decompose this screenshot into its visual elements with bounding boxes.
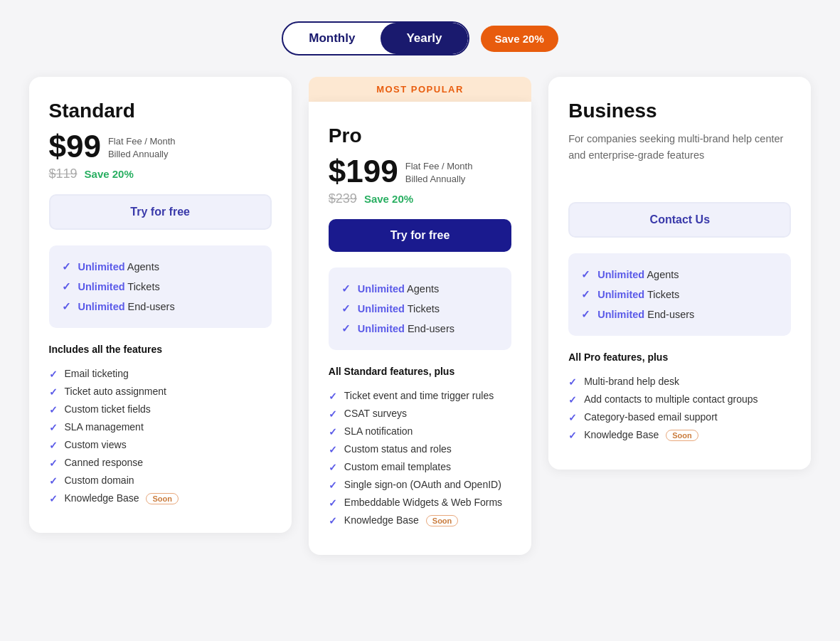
check-icon: ✓ [341, 322, 351, 335]
billing-toggle-section: Monthly Yearly Save 20% [29, 21, 812, 55]
check-icon: ✓ [49, 422, 58, 433]
pro-old-price-row: $239 Save 20% [329, 191, 511, 206]
feature-ticket-triggers: ✓ Ticket event and time trigger rules [329, 387, 511, 405]
soon-badge: Soon [666, 430, 698, 441]
check-icon: ✓ [49, 386, 58, 398]
business-description: For companies seeking multi-brand help c… [568, 131, 791, 182]
business-plan-name: Business [568, 100, 791, 122]
check-icon: ✓ [568, 394, 577, 406]
feature-custom-views: ✓ Custom views [49, 436, 272, 454]
feature-category-email-support: ✓ Category-based email support [568, 408, 791, 426]
pro-price-row: $199 Flat Fee / Month Billed Annually [329, 156, 511, 187]
pro-features-heading: All Standard features, plus [329, 366, 511, 377]
check-icon: ✓ [341, 282, 351, 295]
business-unlimited-agents: ✓ Unlimited Agents [581, 265, 778, 285]
check-icon: ✓ [49, 404, 58, 415]
feature-ticket-auto-assignment: ✓ Ticket auto assignment [49, 383, 272, 401]
check-icon: ✓ [329, 497, 337, 509]
standard-price-row: $99 Flat Fee / Month Billed Annually [49, 131, 272, 162]
most-popular-banner: MOST POPULAR [309, 77, 531, 102]
feature-email-ticketing: ✓ Email ticketing [49, 365, 272, 383]
business-features-heading: All Pro features, plus [568, 351, 791, 363]
feature-canned-response: ✓ Canned response [49, 454, 272, 472]
check-icon: ✓ [62, 260, 71, 273]
feature-sla-notification: ✓ SLA notification [329, 423, 511, 440]
check-icon: ✓ [568, 376, 577, 388]
check-icon: ✓ [49, 369, 58, 380]
feature-custom-email-templates: ✓ Custom email templates [329, 458, 511, 476]
pro-price-desc: Flat Fee / Month Billed Annually [405, 156, 473, 186]
check-icon: ✓ [329, 426, 337, 438]
pricing-page: Monthly Yearly Save 20% Standard $99 Fla… [29, 21, 812, 555]
pro-card-wrapper: MOST POPULAR Pro $199 Flat Fee / Month B… [309, 77, 531, 555]
check-icon: ✓ [341, 302, 351, 315]
standard-cta-button[interactable]: Try for free [49, 194, 272, 230]
business-unlimited-tickets: ✓ Unlimited Tickets [581, 285, 778, 304]
standard-unlimited-tickets: ✓ Unlimited Tickets [62, 277, 259, 297]
soon-badge: Soon [146, 493, 179, 504]
feature-knowledge-base-standard: ✓ Knowledge Base Soon [49, 489, 272, 507]
feature-csat-surveys: ✓ CSAT surveys [329, 405, 511, 423]
check-icon: ✓ [581, 268, 590, 281]
business-card: Business For companies seeking multi-bra… [548, 77, 811, 470]
standard-old-price: $119 [49, 166, 78, 181]
yearly-toggle-button[interactable]: Yearly [381, 23, 467, 54]
standard-price: $99 [49, 131, 101, 162]
pro-old-price: $239 [329, 191, 357, 206]
standard-card: Standard $99 Flat Fee / Month Billed Ann… [29, 77, 292, 533]
pro-plan-name: Pro [329, 125, 511, 147]
check-icon: ✓ [49, 457, 58, 469]
check-icon: ✓ [568, 430, 577, 441]
toggle-pill: Monthly Yearly [282, 21, 469, 55]
check-icon: ✓ [62, 280, 71, 293]
monthly-toggle-button[interactable]: Monthly [283, 23, 381, 54]
feature-knowledge-base-business: ✓ Knowledge Base Soon [568, 426, 791, 444]
check-icon: ✓ [49, 475, 58, 487]
check-icon: ✓ [329, 515, 337, 526]
feature-custom-domain: ✓ Custom domain [49, 472, 272, 489]
check-icon: ✓ [581, 288, 590, 301]
feature-add-contacts-groups: ✓ Add contacts to multiple contact group… [568, 391, 791, 408]
standard-features-heading: Includes all the features [49, 344, 272, 355]
check-icon: ✓ [329, 480, 337, 491]
business-unlimited-box: ✓ Unlimited Agents ✓ Unlimited Tickets ✓… [568, 253, 791, 336]
pro-cta-button[interactable]: Try for free [329, 219, 511, 252]
pro-unlimited-box: ✓ Unlimited Agents ✓ Unlimited Tickets ✓… [329, 267, 511, 350]
check-icon: ✓ [329, 408, 337, 420]
feature-embeddable-widgets: ✓ Embeddable Widgets & Web Forms [329, 494, 511, 512]
pro-save-text: Save 20% [364, 193, 413, 205]
feature-sla-management: ✓ SLA management [49, 418, 272, 436]
save-badge: Save 20% [481, 26, 558, 52]
standard-plan-name: Standard [49, 100, 272, 122]
standard-save-text: Save 20% [85, 168, 134, 180]
feature-custom-ticket-fields: ✓ Custom ticket fields [49, 401, 272, 418]
check-icon: ✓ [49, 493, 58, 504]
check-icon: ✓ [329, 444, 337, 455]
soon-badge: Soon [426, 515, 459, 526]
check-icon: ✓ [568, 412, 577, 423]
pro-card: Pro $199 Flat Fee / Month Billed Annuall… [309, 102, 531, 555]
feature-custom-status-roles: ✓ Custom status and roles [329, 440, 511, 458]
check-icon: ✓ [62, 300, 71, 313]
feature-multibrand-helpdesk: ✓ Multi-brand help desk [568, 373, 791, 391]
check-icon: ✓ [329, 462, 337, 473]
standard-unlimited-endusers: ✓ Unlimited End-users [62, 297, 259, 317]
business-cta-button[interactable]: Contact Us [568, 202, 791, 238]
feature-sso: ✓ Single sign-on (OAuth and OpenID) [329, 476, 511, 494]
standard-old-price-row: $119 Save 20% [49, 166, 272, 181]
pricing-cards: Standard $99 Flat Fee / Month Billed Ann… [29, 77, 812, 555]
business-unlimited-endusers: ✓ Unlimited End-users [581, 304, 778, 324]
pro-unlimited-endusers: ✓ Unlimited End-users [341, 319, 499, 339]
check-icon: ✓ [329, 391, 337, 402]
check-icon: ✓ [49, 440, 58, 451]
pro-unlimited-tickets: ✓ Unlimited Tickets [341, 299, 499, 319]
check-icon: ✓ [581, 308, 590, 321]
standard-unlimited-agents: ✓ Unlimited Agents [62, 257, 259, 277]
feature-knowledge-base-pro: ✓ Knowledge Base Soon [329, 512, 511, 529]
pro-unlimited-agents: ✓ Unlimited Agents [341, 279, 499, 299]
standard-price-desc: Flat Fee / Month Billed Annually [108, 131, 176, 161]
pro-price: $199 [329, 156, 398, 187]
standard-unlimited-box: ✓ Unlimited Agents ✓ Unlimited Tickets ✓… [49, 245, 272, 328]
